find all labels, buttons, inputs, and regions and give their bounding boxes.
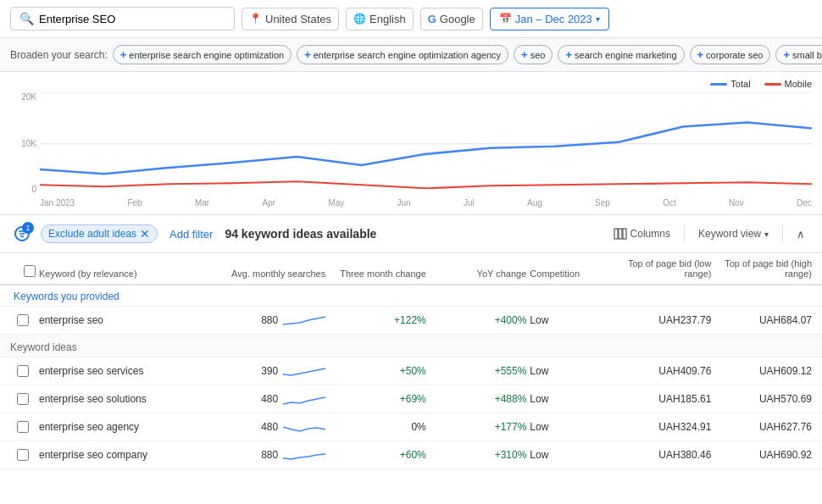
location-selector[interactable]: 📍 United States <box>242 8 339 30</box>
filter-bar: 1 Exclude adult ideas ✕ Add filter 94 ke… <box>0 215 822 253</box>
chip-close-button[interactable]: ✕ <box>140 228 150 240</box>
keyword-cell-3: enterprise seo agency <box>39 421 201 433</box>
avg-monthly-value-3: 480 <box>261 421 278 433</box>
plus-icon-3: + <box>565 48 572 61</box>
xaxis-feb: Feb <box>127 198 142 208</box>
legend-total: Total <box>710 79 750 89</box>
top-bar: 🔍 📍 United States 🌐 English G Google 📅 J… <box>0 0 822 38</box>
calendar-icon: 📅 <box>499 13 512 25</box>
xaxis-may: May <box>328 198 344 208</box>
broaden-chip-label-3: search engine marketing <box>575 50 676 60</box>
broaden-chip-1[interactable]: + enterprise search engine optimization … <box>297 45 508 64</box>
sparkline-2 <box>283 390 325 407</box>
table-section: Keyword (by relevance) Avg. monthly sear… <box>0 253 822 469</box>
keyword-view-label: Keyword view <box>698 228 761 240</box>
broaden-chip-label-4: corporate seo <box>706 50 763 60</box>
legend-total-label: Total <box>730 79 750 89</box>
chevron-down-icon: ▾ <box>764 230 769 239</box>
total-line-indicator <box>710 83 727 86</box>
broaden-chip-0[interactable]: + enterprise search engine optimization <box>113 45 292 64</box>
language-selector[interactable]: 🌐 English <box>346 8 414 30</box>
broaden-chip-4[interactable]: + corporate seo <box>690 45 771 64</box>
row-checkbox-4[interactable] <box>17 449 29 461</box>
plus-icon-0: + <box>120 48 127 61</box>
date-range-selector[interactable]: 📅 Jan – Dec 2023 ▾ <box>490 8 609 30</box>
collapse-button[interactable]: ∧ <box>790 224 812 244</box>
add-filter-button[interactable]: Add filter <box>164 225 218 243</box>
three-month-cell-1: +50% <box>329 365 426 377</box>
competition-cell-1: Low <box>530 365 610 377</box>
table-row: enterprise seo services 390 +50% +555% L… <box>0 357 822 385</box>
row-checkbox-cell <box>10 421 36 433</box>
xaxis-nov: Nov <box>729 198 744 208</box>
search-box[interactable]: 🔍 <box>10 7 235 30</box>
keywords-count: 94 keyword ideas available <box>225 227 599 241</box>
xaxis-dec: Dec <box>797 198 812 208</box>
broaden-chip-label-1: enterprise search engine optimization ag… <box>314 50 501 60</box>
select-all-checkbox[interactable] <box>24 265 36 277</box>
broaden-chip-2[interactable]: + seo <box>514 45 553 64</box>
xaxis-aug: Aug <box>527 198 542 208</box>
avg-monthly-cell-0: 880 <box>204 312 325 329</box>
xaxis-mar: Mar <box>195 198 209 208</box>
broaden-chip-label-5: small bu... <box>792 50 822 60</box>
chart-xaxis: Jan 2023 Feb Mar Apr May Jun Jul Aug Sep… <box>40 194 812 211</box>
yaxis-label-10k: 10K <box>21 139 36 148</box>
row-checkbox-1[interactable] <box>17 365 29 377</box>
table-row: enterprise seo 880 +122% +400% Low UAH23… <box>0 307 822 335</box>
row-checkbox-0[interactable] <box>17 314 29 326</box>
broaden-bar: Broaden your search: + enterprise search… <box>0 38 822 72</box>
columns-icon <box>614 227 627 241</box>
keyword-cell-0: enterprise seo <box>39 314 201 326</box>
plus-icon-4: + <box>697 48 704 61</box>
filter-icon-button[interactable]: 1 <box>10 222 34 246</box>
row-checkbox-3[interactable] <box>17 421 29 433</box>
location-label: United States <box>265 13 331 25</box>
avg-monthly-value-1: 390 <box>261 365 278 377</box>
svg-rect-7 <box>614 229 618 239</box>
xaxis-jan: Jan 2023 <box>40 198 75 208</box>
columns-button[interactable]: Columns <box>607 224 677 244</box>
avg-monthly-value-4: 880 <box>261 449 278 461</box>
competition-cell-4: Low <box>530 449 610 461</box>
xaxis-jun: Jun <box>397 198 411 208</box>
engine-selector[interactable]: G Google <box>420 8 483 30</box>
broaden-chip-5[interactable]: + small bu... <box>775 45 822 64</box>
exclude-adult-chip[interactable]: Exclude adult ideas ✕ <box>41 224 158 243</box>
search-input[interactable] <box>39 13 225 25</box>
language-label: English <box>369 13 406 25</box>
yaxis-label-20k: 20K <box>21 92 36 102</box>
table-row: enterprise seo company 880 +60% +310% Lo… <box>0 441 822 469</box>
three-month-cell-3: 0% <box>329 421 426 433</box>
table-row: enterprise seo solutions 480 +69% +488% … <box>0 385 822 413</box>
xaxis-jul: Jul <box>464 198 475 208</box>
location-icon: 📍 <box>249 13 262 25</box>
yoy-cell-1: +555% <box>430 365 527 377</box>
provided-section-text: Keywords you provided <box>10 291 201 302</box>
row-checkbox-2[interactable] <box>17 393 29 405</box>
bid-low-cell-3: UAH324.91 <box>614 421 712 433</box>
bid-low-cell-1: UAH409.76 <box>614 365 712 377</box>
collapse-icon: ∧ <box>797 228 805 241</box>
sparkline-3 <box>283 418 325 435</box>
filter-badge: 1 <box>22 222 34 234</box>
bid-low-cell-0: UAH237.79 <box>614 314 712 326</box>
three-month-cell-0: +122% <box>329 314 426 326</box>
broaden-chip-label-0: enterprise search engine optimization <box>129 50 284 60</box>
table-header: Keyword (by relevance) Avg. monthly sear… <box>0 253 822 285</box>
row-checkbox-cell <box>10 314 36 326</box>
chart-svg <box>40 92 812 195</box>
sparkline-0 <box>283 312 325 329</box>
th-checkbox <box>10 265 36 279</box>
vertical-divider <box>684 225 685 242</box>
keyword-view-button[interactable]: Keyword view ▾ <box>691 224 775 243</box>
avg-monthly-cell-4: 880 <box>204 446 325 463</box>
broaden-chip-3[interactable]: + search engine marketing <box>558 45 684 64</box>
sparkline-4 <box>283 446 325 463</box>
avg-monthly-value-2: 480 <box>261 393 278 405</box>
th-competition: Competition <box>530 269 610 279</box>
engine-icon: G <box>428 13 436 25</box>
chevron-down-icon: ▾ <box>596 14 600 24</box>
competition-cell-2: Low <box>530 393 610 405</box>
language-icon: 🌐 <box>353 13 366 25</box>
